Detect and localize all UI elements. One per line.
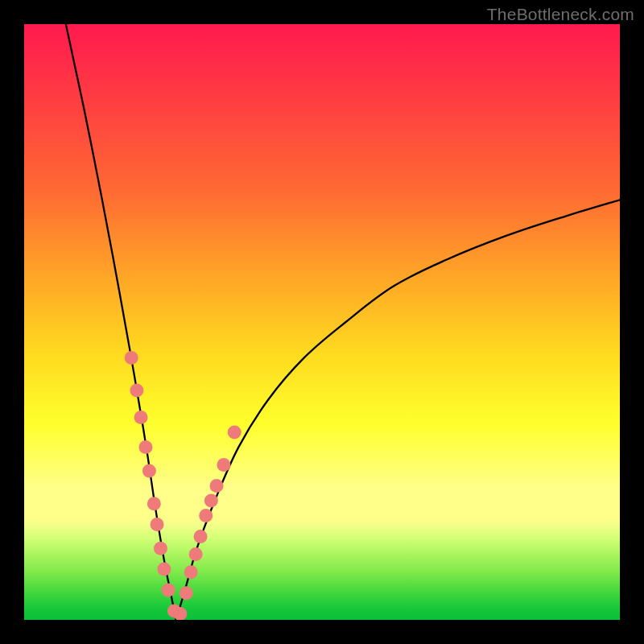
data-dot <box>228 425 242 439</box>
curve-curve-right <box>176 200 620 620</box>
data-dot <box>154 542 167 555</box>
data-dot <box>147 497 161 510</box>
data-dot <box>204 494 218 508</box>
data-dot <box>157 563 171 576</box>
data-dot <box>184 565 198 579</box>
data-dot <box>210 479 224 493</box>
plot-area <box>24 24 620 620</box>
data-dot <box>199 509 213 522</box>
data-dot <box>151 518 164 531</box>
data-dot <box>180 586 193 600</box>
chart-svg <box>24 24 620 620</box>
curve-group <box>66 24 620 620</box>
watermark-text: TheBottleneck.com <box>487 5 634 24</box>
data-dot <box>142 464 156 478</box>
data-dot <box>194 530 208 543</box>
data-dot <box>138 440 152 454</box>
data-dot <box>125 351 138 365</box>
data-dot <box>130 384 143 398</box>
chart-frame: TheBottleneck.com <box>0 0 644 644</box>
data-dot <box>162 584 175 597</box>
data-dot <box>134 411 148 424</box>
data-dot <box>217 458 230 472</box>
data-dot <box>189 547 203 561</box>
dots-group <box>125 351 242 620</box>
